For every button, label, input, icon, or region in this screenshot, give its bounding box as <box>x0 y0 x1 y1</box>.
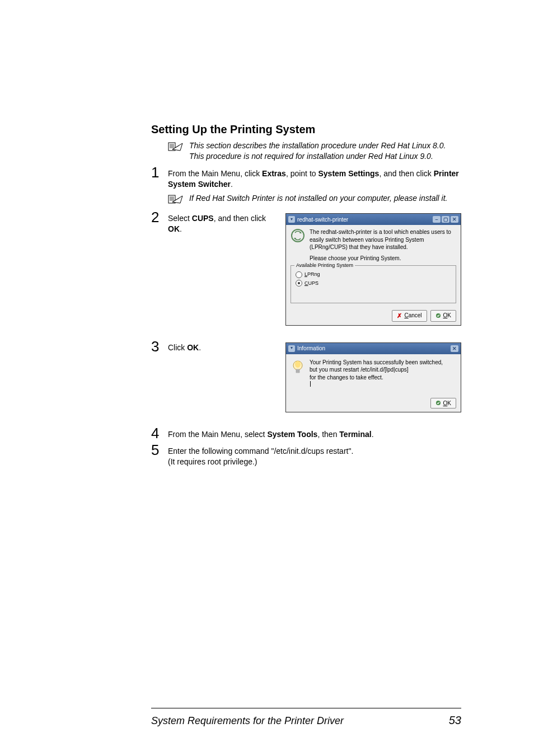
text: CUPS <box>192 214 214 223</box>
note-icon <box>168 194 184 207</box>
text: System Tools <box>267 430 317 439</box>
button-label: OK <box>443 400 451 407</box>
text: , and then click <box>379 169 433 178</box>
step-4-text: From the Main Menu, select System Tools,… <box>168 426 461 440</box>
text: Click <box>168 343 187 352</box>
cancel-button[interactable]: ✗ Cancel <box>392 310 427 322</box>
text: OK <box>187 343 199 352</box>
dialog-title: Information <box>297 345 325 353</box>
printer-switch-icon <box>291 228 305 243</box>
text: Terminal <box>339 430 371 439</box>
window-menu-icon[interactable]: ▾ <box>288 345 295 352</box>
radio-icon <box>296 271 302 278</box>
text: , and then click <box>214 214 266 223</box>
close-icon[interactable]: ✕ <box>451 216 458 223</box>
svg-point-17 <box>295 361 301 368</box>
page-number: 53 <box>449 714 461 727</box>
step-number: 2 <box>151 210 168 224</box>
text: From the Main Menu, click <box>168 169 262 178</box>
step-3-text: Click OK. <box>168 342 280 424</box>
footer-title: System Requirements for the Printer Driv… <box>151 715 344 727</box>
text: . <box>199 343 201 352</box>
info-message: Your Printing System has successfully be… <box>310 359 443 389</box>
text: Extras <box>262 169 286 178</box>
fieldset-legend: Available Printing System <box>294 262 355 269</box>
redhat-switch-printer-dialog: ▾ redhat-switch-printer – ▢ ✕ <box>285 213 461 325</box>
minimize-icon[interactable]: – <box>433 216 441 223</box>
svg-rect-18 <box>296 369 299 373</box>
text: Your Printing System has successfully be… <box>310 359 443 367</box>
text: . <box>180 224 182 233</box>
step-5-text: Enter the following command "/etc/init.d… <box>168 443 461 467</box>
radio-label: UPS <box>308 280 319 286</box>
section-heading: Setting Up the Printing System <box>151 123 461 136</box>
ok-button[interactable]: OK <box>430 310 456 322</box>
ok-check-icon <box>435 400 441 406</box>
text: System Settings <box>318 169 379 178</box>
text: Select <box>168 214 192 223</box>
window-menu-icon[interactable]: ▾ <box>288 216 295 223</box>
note-icon <box>168 142 184 154</box>
note-text: This section describes the installation … <box>189 140 461 162</box>
text: . <box>372 430 374 439</box>
maximize-icon[interactable]: ▢ <box>442 216 449 223</box>
step-2-text: Select CUPS, and then click OK. <box>168 213 280 336</box>
dialog-title: redhat-switch-printer <box>297 216 348 224</box>
text: , point to <box>286 169 318 178</box>
text: Enter the following command "/etc/init.d… <box>168 446 461 457</box>
text: . <box>231 180 233 189</box>
radio-label: PRng <box>307 271 320 277</box>
close-icon[interactable]: ✕ <box>451 345 458 352</box>
dialog-prompt: Please choose your Printing System. <box>310 255 456 262</box>
dialog-description: The redhat-switch-printer is a tool whic… <box>310 228 456 251</box>
radio-icon <box>296 280 302 287</box>
dialog-titlebar: ▾ redhat-switch-printer – ▢ ✕ <box>286 214 461 225</box>
radio-lprng[interactable]: LPRng <box>296 271 451 278</box>
information-dialog: ▾ Information ✕ <box>285 342 461 413</box>
button-label: OK <box>443 312 451 320</box>
info-lightbulb-icon <box>291 359 305 373</box>
text: (It requires root privilege.) <box>168 457 461 467</box>
available-printing-system-group: Available Printing System LPRng CUPS <box>291 265 456 303</box>
ok-check-icon <box>435 313 441 318</box>
step-1-text: From the Main Menu, click Extras, point … <box>168 165 461 190</box>
dialog-titlebar: ▾ Information ✕ <box>286 343 461 354</box>
text: , then <box>317 430 339 439</box>
step-number: 1 <box>151 165 168 180</box>
button-label: Cancel <box>404 312 421 320</box>
text: OK <box>168 224 180 233</box>
ok-button[interactable]: OK <box>430 398 456 409</box>
text: for the changes to take effect. <box>310 374 443 382</box>
radio-cups[interactable]: CUPS <box>296 280 451 287</box>
step-number: 4 <box>151 426 168 440</box>
step-number: 5 <box>151 443 168 457</box>
note-text: If Red Hat Switch Printer is not install… <box>189 193 447 204</box>
text-cursor <box>310 381 311 387</box>
cancel-x-icon: ✗ <box>397 312 402 320</box>
step-number: 3 <box>151 339 168 354</box>
text: From the Main Menu, select <box>168 430 267 439</box>
text: but you must restart /etc/init.d/[lpd|cu… <box>310 366 443 374</box>
